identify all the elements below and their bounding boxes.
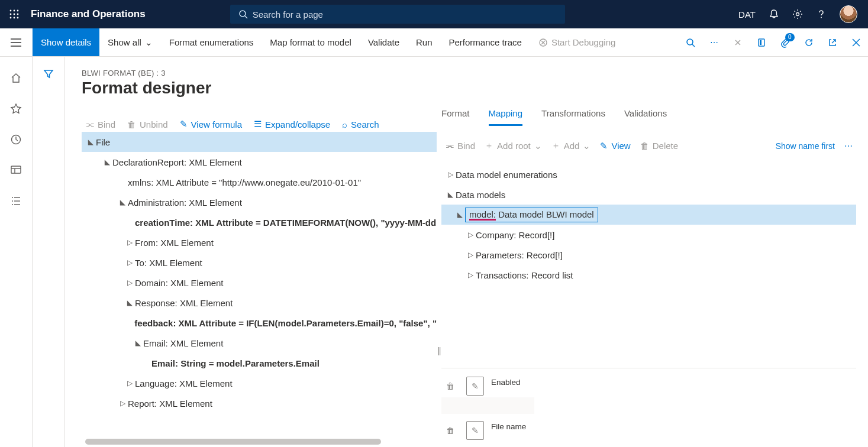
add-root-button[interactable]: ＋Add root ⌄ (481, 138, 546, 154)
help-icon[interactable] (816, 9, 827, 20)
modules-icon[interactable] (9, 194, 23, 208)
tree-node[interactable]: feedback: XML Attribute = IF(LEN(model.P… (82, 313, 437, 333)
settings-icon[interactable] (792, 9, 803, 20)
office-icon[interactable] (750, 28, 773, 56)
unbind-button[interactable]: 🗑Unbind (124, 117, 172, 132)
app-launcher[interactable] (0, 9, 28, 19)
pencil-icon: ✎ (180, 119, 188, 129)
expand-icon[interactable]: ▷ (465, 231, 476, 239)
prop-enabled-input[interactable] (441, 397, 534, 414)
company-picker[interactable]: DAT (738, 9, 756, 20)
tree-node[interactable]: ◢ DeclarationReport: XML Element (82, 152, 437, 172)
tab-mapping[interactable]: Mapping (489, 106, 523, 126)
tree-node[interactable]: xmlns: XML Attribute = "http://www.onega… (82, 172, 437, 192)
run-button[interactable]: Run (408, 28, 441, 56)
start-debugging-button[interactable]: Start Debugging (530, 28, 624, 56)
svg-point-2 (17, 10, 19, 12)
expand-icon[interactable]: ▷ (124, 258, 135, 267)
map-tree-node[interactable]: ◢ model: Data model BLWI model (441, 205, 856, 225)
chevron-down-icon: ⌄ (583, 141, 591, 151)
tree-node[interactable]: ▷ Report: XML Element (82, 393, 437, 413)
performance-trace-button[interactable]: Performance trace (441, 28, 530, 56)
tab-format[interactable]: Format (441, 106, 470, 126)
show-name-first-link[interactable]: Show name first (772, 141, 838, 151)
prop-delete-icon[interactable]: 🗑 (441, 377, 459, 396)
favorites-icon[interactable] (9, 102, 23, 116)
expand-icon[interactable]: ▷ (445, 170, 456, 179)
recent-icon[interactable] (9, 132, 23, 147)
mapping-tree[interactable]: ▷ Data model enumerations◢ Data models◢ … (441, 164, 856, 285)
show-all-button[interactable]: Show all⌄ (99, 28, 161, 56)
map-tree-node[interactable]: ▷ Transactions: Record list (441, 265, 856, 285)
tree-node[interactable]: ◢ Administration: XML Element (82, 192, 437, 212)
popout-icon[interactable] (821, 28, 844, 56)
map-tree-node[interactable]: ▷ Parameters: Record[!] (441, 245, 856, 265)
tab-validations[interactable]: Validations (624, 106, 667, 126)
expand-icon[interactable]: ◢ (117, 198, 128, 206)
refresh-icon[interactable] (797, 28, 821, 56)
search-button[interactable]: ⌕Search (338, 117, 383, 132)
validate-button[interactable]: Validate (360, 28, 408, 56)
tree-node[interactable]: ▷ Language: XML Element (82, 373, 437, 393)
expand-icon[interactable]: ▷ (124, 238, 135, 247)
prop-edit-icon[interactable]: ✎ (466, 377, 484, 396)
expand-icon[interactable]: ◢ (102, 158, 112, 166)
map-format-button[interactable]: Map format to model (262, 28, 360, 56)
tree-node[interactable]: creationTime: XML Attribute = DATETIMEFO… (82, 212, 437, 232)
search-input[interactable] (253, 9, 565, 20)
expand-icon[interactable]: ◢ (133, 339, 143, 347)
notifications-icon[interactable] (769, 9, 779, 20)
tab-transformations[interactable]: Transformations (541, 106, 605, 126)
map-bind-button[interactable]: ⫘Bind (441, 138, 479, 153)
tree-node-label: xmlns: XML Attribute = "http://www.onega… (128, 177, 361, 187)
expand-icon[interactable]: ▷ (124, 278, 135, 287)
filter-icon[interactable] (43, 69, 54, 447)
workspaces-icon[interactable] (9, 163, 23, 177)
tree-node[interactable]: ▷ To: XML Element (82, 252, 437, 273)
format-tree[interactable]: ◢ File◢ DeclarationReport: XML Element x… (82, 132, 437, 413)
view-button[interactable]: ✎View (596, 138, 634, 154)
expand-icon[interactable]: ▷ (117, 399, 128, 407)
breadcrumb: BLWI FORMAT (BE) : 3 (82, 69, 856, 77)
home-icon[interactable] (9, 71, 23, 85)
find-icon[interactable] (679, 28, 702, 56)
show-details-button[interactable]: Show details (33, 28, 99, 56)
view-formula-button[interactable]: ✎View formula (176, 116, 246, 132)
tree-node[interactable]: ◢ Email: XML Element (82, 333, 437, 353)
expand-icon[interactable]: ◢ (85, 138, 96, 146)
map-tree-node[interactable]: ▷ Company: Record[!] (441, 225, 856, 245)
attachments-icon[interactable]: 0 (773, 28, 797, 56)
delete-button[interactable]: 🗑Delete (637, 138, 682, 153)
prop-delete-icon-2[interactable]: 🗑 (441, 421, 459, 440)
global-search[interactable] (230, 5, 565, 24)
more-icon[interactable]: ⋯ (702, 28, 726, 56)
map-tree-node[interactable]: ▷ Data model enumerations (441, 164, 856, 184)
expand-icon[interactable]: ▷ (465, 271, 476, 279)
avatar[interactable] (840, 5, 857, 23)
link-icon: ⫘ (445, 141, 454, 151)
close-icon[interactable] (844, 28, 868, 56)
prop-edit-icon-2[interactable]: ✎ (466, 421, 484, 440)
pin-icon[interactable] (726, 28, 750, 56)
tree-node[interactable]: ▷ From: XML Element (82, 232, 437, 252)
bind-button[interactable]: ⫘Bind (82, 117, 119, 132)
tree-node[interactable]: ◢ Response: XML Element (82, 293, 437, 313)
tree-node[interactable]: Email: String = model.Parameters.Email (82, 353, 437, 373)
tree-node[interactable]: ◢ File (82, 132, 437, 152)
add-button[interactable]: ＋Add ⌄ (548, 138, 595, 154)
map-more-icon[interactable]: ⋯ (841, 141, 856, 151)
horizontal-scrollbar[interactable] (85, 439, 381, 445)
expand-icon[interactable]: ▷ (124, 379, 135, 387)
expand-icon[interactable]: ◢ (445, 190, 456, 199)
format-enumerations-button[interactable]: Format enumerations (161, 28, 262, 56)
splitter[interactable]: ‖ (437, 103, 441, 447)
tree-node-label: File (96, 137, 110, 147)
expand-collapse-button[interactable]: ☰Expand/collapse (250, 116, 334, 132)
expand-icon[interactable]: ▷ (465, 251, 476, 259)
hamburger-icon[interactable] (0, 28, 33, 56)
expand-icon[interactable]: ◢ (124, 299, 135, 307)
map-tree-node[interactable]: ◢ Data models (441, 184, 856, 205)
svg-point-1 (14, 10, 15, 12)
expand-icon[interactable]: ◢ (454, 210, 465, 219)
tree-node[interactable]: ▷ Domain: XML Element (82, 273, 437, 293)
